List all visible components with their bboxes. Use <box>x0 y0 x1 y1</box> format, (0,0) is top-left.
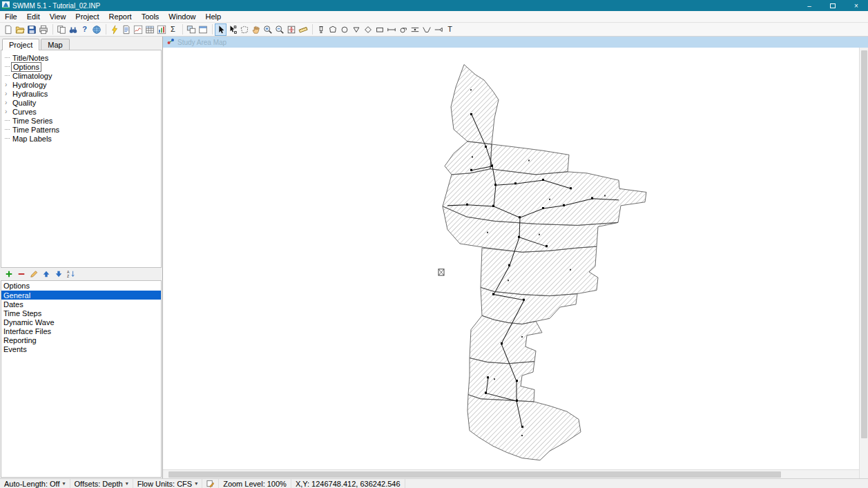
new-file-icon[interactable] <box>2 23 14 36</box>
add-pump-icon[interactable] <box>397 23 409 36</box>
tab-project[interactable]: Project <box>2 39 39 50</box>
menu-edit[interactable]: Edit <box>22 12 45 21</box>
tree-item-options[interactable]: Options <box>1 62 161 71</box>
select-region-icon[interactable] <box>238 23 250 36</box>
options-list-panel: Options General Dates Time Steps Dynamic… <box>1 280 162 478</box>
print-icon[interactable] <box>37 23 49 36</box>
dropdown-caret-icon: ▾ <box>126 480 128 487</box>
add-object-icon[interactable] <box>4 269 14 279</box>
add-label-icon[interactable]: T <box>444 23 456 36</box>
run-simulation-icon[interactable] <box>108 23 120 36</box>
save-file-icon[interactable] <box>26 23 37 36</box>
tree-item-time-series[interactable]: Time Series <box>1 116 161 125</box>
tree-item-curves[interactable]: ›Curves <box>1 107 161 116</box>
menu-tools[interactable]: Tools <box>137 12 164 21</box>
zoom-out-icon[interactable] <box>273 23 285 36</box>
overview-map-icon[interactable] <box>90 23 102 36</box>
expand-chevron-icon[interactable]: › <box>5 99 11 106</box>
tree-item-quality[interactable]: ›Quality <box>1 98 161 107</box>
list-item-general[interactable]: General <box>1 291 161 300</box>
list-item-dates[interactable]: Dates <box>1 300 161 309</box>
query-icon[interactable]: ? <box>79 23 90 36</box>
maximize-icon <box>830 3 836 8</box>
new-window-icon[interactable] <box>197 23 209 36</box>
expand-chevron-icon[interactable]: › <box>5 81 11 88</box>
project-tree: Title/Notes Options Climatology ›Hydrolo… <box>1 50 162 268</box>
menu-view[interactable]: View <box>45 12 71 21</box>
study-area-map <box>163 48 859 469</box>
map-window-titlebar[interactable]: Study Area Map <box>163 37 868 48</box>
tree-item-title-notes[interactable]: Title/Notes <box>1 53 161 62</box>
menu-project[interactable]: Project <box>70 12 104 21</box>
svg-text:A: A <box>67 270 70 274</box>
statusbar: Auto-Length: Off ▾ Offsets: Depth ▾ Flow… <box>0 478 868 488</box>
sort-icon[interactable]: AZ <box>66 269 76 279</box>
list-item-dynamic-wave[interactable]: Dynamic Wave <box>1 318 161 326</box>
list-item-interface-files[interactable]: Interface Files <box>1 326 161 335</box>
edit-object-icon[interactable] <box>29 269 39 279</box>
list-item-events[interactable]: Events <box>1 344 161 353</box>
options-section-header: Options <box>1 281 161 291</box>
find-object-icon[interactable] <box>67 23 79 36</box>
map-window-title: Study Area Map <box>177 39 226 46</box>
menu-help[interactable]: Help <box>200 12 226 21</box>
pan-icon[interactable] <box>250 23 262 36</box>
report-table-icon[interactable] <box>144 23 155 36</box>
add-rain-gage-icon[interactable] <box>315 23 327 36</box>
add-orifice-icon[interactable] <box>409 23 421 36</box>
select-vertex-icon[interactable] <box>226 23 238 36</box>
offsets-selector[interactable]: Offsets: Depth ▾ <box>70 479 133 488</box>
map-horizontal-scrollbar[interactable] <box>163 469 859 478</box>
arrange-windows-icon[interactable] <box>185 23 197 36</box>
move-up-icon[interactable] <box>41 269 51 279</box>
add-conduit-icon[interactable] <box>385 23 397 36</box>
list-item-time-steps[interactable]: Time Steps <box>1 309 161 318</box>
zoom-in-icon[interactable] <box>262 23 273 36</box>
delete-object-icon[interactable] <box>17 269 26 279</box>
flow-units-selector[interactable]: Flow Units: CFS ▾ <box>133 479 202 488</box>
tree-item-hydraulics[interactable]: ›Hydraulics <box>1 89 161 98</box>
minimize-button[interactable]: – <box>798 0 821 11</box>
move-down-icon[interactable] <box>54 269 64 279</box>
add-weir-icon[interactable] <box>421 23 432 36</box>
auto-length-selector[interactable]: Auto-Length: Off ▾ <box>0 479 70 488</box>
toolbar-separator <box>309 24 313 35</box>
menu-window[interactable]: Window <box>164 12 200 21</box>
add-divider-icon[interactable] <box>362 23 374 36</box>
statistics-icon[interactable]: Σ <box>167 23 179 36</box>
tab-map[interactable]: Map <box>41 39 69 50</box>
maximize-button[interactable] <box>821 0 845 11</box>
report-graph-icon[interactable] <box>155 23 167 36</box>
study-area-map-canvas[interactable] <box>163 48 859 478</box>
vertical-scroll-thumb[interactable] <box>861 50 867 438</box>
expand-chevron-icon[interactable]: › <box>5 108 11 115</box>
add-junction-icon[interactable] <box>338 23 350 36</box>
main-toolbar: ? Σ T <box>0 23 868 37</box>
menu-report[interactable]: Report <box>104 12 137 21</box>
horizontal-scroll-thumb[interactable] <box>168 471 781 478</box>
open-file-icon[interactable] <box>14 23 26 36</box>
tree-item-time-patterns[interactable]: Time Patterns <box>1 125 161 134</box>
measure-icon[interactable] <box>297 23 309 36</box>
zoom-level-indicator: Zoom Level: 100% <box>219 479 291 488</box>
report-status-icon[interactable] <box>120 23 132 36</box>
copy-icon[interactable] <box>55 23 67 36</box>
rain-gage-symbol <box>438 269 444 275</box>
titlebar: SWMM 5.1 - Tutorial_02.INP – × <box>0 0 868 11</box>
full-extent-icon[interactable] <box>285 23 297 36</box>
menubar: File Edit View Project Report Tools Wind… <box>0 11 868 23</box>
tree-item-map-labels[interactable]: Map Labels <box>1 134 161 143</box>
select-object-icon[interactable] <box>215 23 226 36</box>
profile-plot-icon[interactable] <box>132 23 144 36</box>
map-vertical-scrollbar[interactable] <box>859 48 868 478</box>
list-item-reporting[interactable]: Reporting <box>1 335 161 344</box>
add-subcatchment-icon[interactable] <box>327 23 338 36</box>
add-storage-unit-icon[interactable] <box>374 23 385 36</box>
add-outlet-icon[interactable] <box>432 23 444 36</box>
add-outfall-icon[interactable] <box>350 23 362 36</box>
close-button[interactable]: × <box>845 0 868 11</box>
expand-chevron-icon[interactable]: › <box>5 90 11 97</box>
tree-item-hydrology[interactable]: ›Hydrology <box>1 80 161 89</box>
tree-item-climatology[interactable]: Climatology <box>1 71 161 80</box>
menu-file[interactable]: File <box>0 12 22 21</box>
